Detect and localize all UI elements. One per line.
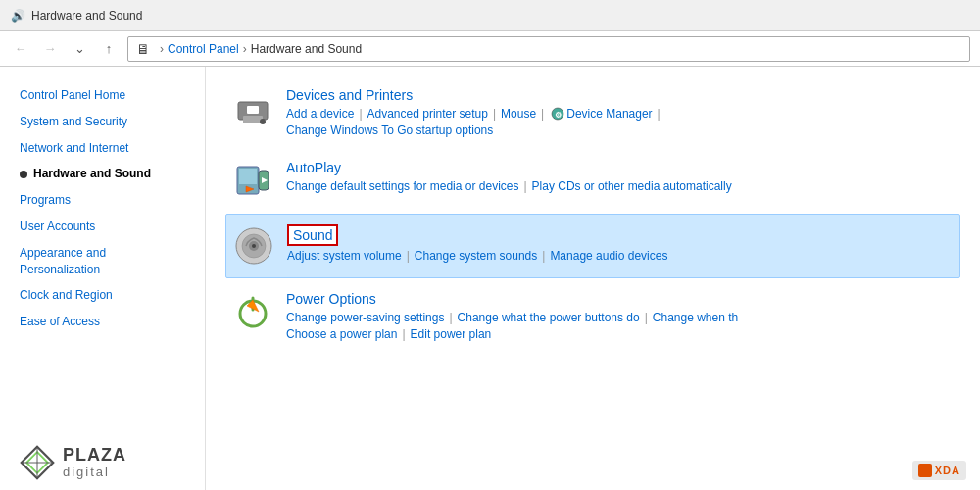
sound-links: Adjust system volume | Change system sou… [287,249,954,263]
choose-power-plan-link[interactable]: Choose a power plan [286,327,397,341]
xda-square-icon [918,464,932,477]
path-control-panel[interactable]: Control Panel [168,42,239,56]
sidebar-label-system-and-security: System and Security [20,114,127,130]
sidebar-item-hardware-and-sound: Hardware and Sound [0,161,205,187]
svg-rect-7 [239,169,257,184]
address-path: 🖥 › Control Panel › Hardware and Sound [127,36,970,62]
sidebar-label-appearance-and-personalization: Appearance and Personalization [20,245,185,278]
devices-and-printers-links: Add a device | Advanced printer setup | … [286,107,955,121]
add-a-device-link[interactable]: Add a device [286,107,354,121]
path-sep-2: › [243,42,247,56]
change-when-link[interactable]: Change when th [653,311,738,324]
power-options-sub-links: Choose a power plan | Edit power plan [286,327,955,341]
autoplay-links: Change default settings for media or dev… [286,179,955,193]
svg-point-14 [252,244,256,248]
sidebar-label-programs: Programs [20,192,71,209]
sidebar-label-ease-of-access: Ease of Access [20,314,100,330]
power-options-links: Change power-saving settings | Change wh… [286,311,955,324]
watermark-plaza-text: PLAZA [63,446,126,466]
address-bar: ← → ⌄ ↑ 🖥 › Control Panel › Hardware and… [0,31,980,67]
autoplay-title[interactable]: AutoPlay [286,160,341,175]
sound-text: Sound Adjust system volume | Change syst… [287,224,954,263]
active-bullet [20,171,27,178]
svg-rect-1 [243,116,263,123]
section-sound: Sound Adjust system volume | Change syst… [225,214,960,278]
svg-point-3 [260,119,266,124]
change-default-settings-link[interactable]: Change default settings for media or dev… [286,179,518,193]
advanced-printer-setup-link[interactable]: Advanced printer setup [368,107,488,121]
title-bar: 🔊 Hardware and Sound [0,0,980,31]
xda-badge: XDA [912,461,966,480]
watermark-digital-text: digital [63,465,126,479]
sidebar-label-clock-and-region: Clock and Region [20,287,113,304]
sound-icon [232,224,275,268]
up-button[interactable]: ↑ [98,38,120,60]
change-windows-to-go-link[interactable]: Change Windows To Go startup options [286,123,493,137]
main-content: Control Panel Home System and Security N… [0,67,980,490]
sidebar-item-user-accounts[interactable]: User Accounts [0,214,205,240]
devices-and-printers-title[interactable]: Devices and Printers [286,87,413,103]
sound-title[interactable]: Sound [287,224,338,246]
devices-and-printers-text: Devices and Printers Add a device | Adva… [286,86,955,137]
title-bar-icon: 🔊 [10,8,25,24]
power-options-icon [231,290,274,333]
sidebar-item-network-and-internet[interactable]: Network and Internet [0,135,205,162]
autoplay-icon [231,159,274,202]
path-current: Hardware and Sound [251,42,362,56]
sidebar: Control Panel Home System and Security N… [0,67,206,490]
power-options-text: Power Options Change power-saving settin… [286,290,955,341]
sidebar-item-system-and-security[interactable]: System and Security [0,109,205,135]
sidebar-item-programs[interactable]: Programs [0,187,205,214]
device-manager-icon: ⚙ [551,107,564,121]
mouse-link[interactable]: Mouse [501,107,536,121]
watermark: PLAZA digital [20,445,126,480]
sidebar-item-appearance-and-personalization[interactable]: Appearance and Personalization [0,240,205,283]
section-power-options: Power Options Change power-saving settin… [225,280,960,351]
sidebar-item-ease-of-access[interactable]: Ease of Access [0,309,205,335]
sidebar-label-user-accounts: User Accounts [20,219,95,235]
change-system-sounds-link[interactable]: Change system sounds [415,249,537,263]
manage-audio-devices-link[interactable]: Manage audio devices [550,249,667,263]
sidebar-item-control-panel-home[interactable]: Control Panel Home [0,82,205,109]
content-area: Devices and Printers Add a device | Adva… [206,67,980,490]
recent-button[interactable]: ⌄ [69,38,90,60]
sidebar-label-control-panel-home: Control Panel Home [20,87,125,104]
change-power-saving-link[interactable]: Change power-saving settings [286,311,444,324]
sidebar-label-hardware-and-sound: Hardware and Sound [33,166,151,182]
sidebar-label-network-and-internet: Network and Internet [20,140,128,157]
watermark-logo: PLAZA digital [20,445,126,480]
plaza-diamond-icon [20,445,55,480]
devices-startup-links: Change Windows To Go startup options [286,123,955,137]
watermark-text-block: PLAZA digital [63,446,126,480]
adjust-system-volume-link[interactable]: Adjust system volume [287,249,402,263]
path-sep-1: › [160,42,164,56]
autoplay-text: AutoPlay Change default settings for med… [286,159,955,193]
play-cds-link[interactable]: Play CDs or other media automatically [532,179,732,193]
device-manager-link[interactable]: Device Manager [566,107,652,121]
svg-text:⚙: ⚙ [555,111,562,120]
sidebar-item-clock-and-region[interactable]: Clock and Region [0,282,205,309]
forward-button[interactable]: → [39,38,61,60]
edit-power-plan-link[interactable]: Edit power plan [411,327,492,341]
path-icon: 🖥 [136,41,150,57]
section-autoplay: AutoPlay Change default settings for med… [225,149,960,212]
devices-and-printers-icon [231,86,274,129]
power-options-title[interactable]: Power Options [286,291,376,307]
svg-rect-2 [247,106,259,114]
change-power-buttons-link[interactable]: Change what the power buttons do [458,311,640,324]
section-devices-and-printers: Devices and Printers Add a device | Adva… [225,76,960,147]
back-button[interactable]: ← [10,38,31,60]
xda-text: XDA [935,465,960,476]
title-bar-text: Hardware and Sound [31,9,142,23]
